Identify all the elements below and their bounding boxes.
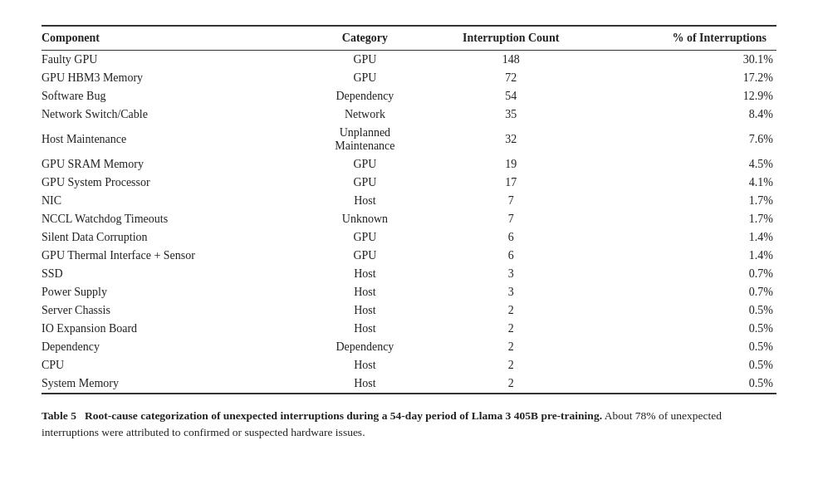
cell-component: GPU Thermal Interface + Sensor <box>42 247 312 265</box>
cell-category: GPU <box>312 174 428 192</box>
table-header-row: Component Category Interruption Count % … <box>42 26 776 51</box>
cell-count: 32 <box>428 124 604 155</box>
table-row: Software Bug Dependency 54 12.9% <box>42 87 776 105</box>
table-row: Network Switch/Cable Network 35 8.4% <box>42 105 776 124</box>
table-row: SSD Host 3 0.7% <box>42 265 776 283</box>
cell-percent: 4.1% <box>604 174 776 192</box>
table-row: System Memory Host 2 0.5% <box>42 374 776 394</box>
cell-count: 19 <box>428 155 604 174</box>
cell-category: Dependency <box>312 87 428 105</box>
cell-count: 148 <box>428 51 604 70</box>
table-row: Power Supply Host 3 0.7% <box>42 283 776 301</box>
cell-count: 72 <box>428 69 604 87</box>
cell-component: Host Maintenance <box>42 124 312 155</box>
cell-percent: 1.4% <box>604 228 776 247</box>
table-row: GPU System Processor GPU 17 4.1% <box>42 174 776 192</box>
cell-component: Software Bug <box>42 87 312 105</box>
cell-count: 2 <box>428 356 604 374</box>
table-row: GPU SRAM Memory GPU 19 4.5% <box>42 155 776 174</box>
cell-component: NCCL Watchdog Timeouts <box>42 210 312 228</box>
cell-percent: 1.4% <box>604 247 776 265</box>
cell-percent: 4.5% <box>604 155 776 174</box>
cell-count: 2 <box>428 374 604 394</box>
cell-category: GPU <box>312 155 428 174</box>
cell-component: NIC <box>42 192 312 210</box>
cell-count: 3 <box>428 283 604 301</box>
table-row: Server Chassis Host 2 0.5% <box>42 301 776 320</box>
cell-component: System Memory <box>42 374 312 394</box>
cell-percent: 0.5% <box>604 356 776 374</box>
cell-category: Host <box>312 192 428 210</box>
header-percent: % of Interruptions <box>604 26 776 51</box>
cell-category: Host <box>312 301 428 320</box>
cell-component: GPU System Processor <box>42 174 312 192</box>
header-category: Category <box>312 26 428 51</box>
cell-category: Host <box>312 356 428 374</box>
table-row: Dependency Dependency 2 0.5% <box>42 338 776 356</box>
table-container: Component Category Interruption Count % … <box>42 25 776 442</box>
table-row: Silent Data Corruption GPU 6 1.4% <box>42 228 776 247</box>
cell-component: Dependency <box>42 338 312 356</box>
cell-count: 3 <box>428 265 604 283</box>
cell-component: SSD <box>42 265 312 283</box>
cell-percent: 0.7% <box>604 283 776 301</box>
cell-percent: 7.6% <box>604 124 776 155</box>
cell-component: IO Expansion Board <box>42 320 312 338</box>
header-count: Interruption Count <box>428 26 604 51</box>
cell-category: Host <box>312 320 428 338</box>
cell-component: Power Supply <box>42 283 312 301</box>
cell-component: GPU HBM3 Memory <box>42 69 312 87</box>
cell-category: GPU <box>312 51 428 70</box>
cell-count: 6 <box>428 228 604 247</box>
cell-count: 54 <box>428 87 604 105</box>
table-row: NCCL Watchdog Timeouts Unknown 7 1.7% <box>42 210 776 228</box>
cell-category: UnplannedMaintenance <box>312 124 428 155</box>
table-caption: Table 5 Root-cause categorization of une… <box>42 408 776 442</box>
cell-count: 6 <box>428 247 604 265</box>
cell-category: Dependency <box>312 338 428 356</box>
cell-category: GPU <box>312 247 428 265</box>
interruptions-table: Component Category Interruption Count % … <box>42 25 776 394</box>
cell-component: Server Chassis <box>42 301 312 320</box>
table-row: NIC Host 7 1.7% <box>42 192 776 210</box>
cell-percent: 30.1% <box>604 51 776 70</box>
cell-count: 17 <box>428 174 604 192</box>
cell-percent: 1.7% <box>604 192 776 210</box>
table-row: GPU Thermal Interface + Sensor GPU 6 1.4… <box>42 247 776 265</box>
cell-component: GPU SRAM Memory <box>42 155 312 174</box>
cell-category: Unknown <box>312 210 428 228</box>
cell-percent: 0.5% <box>604 374 776 394</box>
table-row: CPU Host 2 0.5% <box>42 356 776 374</box>
table-row: Faulty GPU GPU 148 30.1% <box>42 51 776 70</box>
cell-component: CPU <box>42 356 312 374</box>
cell-component: Faulty GPU <box>42 51 312 70</box>
cell-category: Host <box>312 374 428 394</box>
cell-count: 7 <box>428 210 604 228</box>
cell-category: Host <box>312 283 428 301</box>
cell-category: Host <box>312 265 428 283</box>
cell-count: 7 <box>428 192 604 210</box>
cell-count: 35 <box>428 105 604 124</box>
cell-percent: 17.2% <box>604 69 776 87</box>
cell-percent: 0.5% <box>604 320 776 338</box>
table-row: GPU HBM3 Memory GPU 72 17.2% <box>42 69 776 87</box>
cell-category: GPU <box>312 69 428 87</box>
cell-percent: 0.5% <box>604 338 776 356</box>
cell-count: 2 <box>428 338 604 356</box>
cell-component: Silent Data Corruption <box>42 228 312 247</box>
cell-percent: 0.7% <box>604 265 776 283</box>
cell-category: Network <box>312 105 428 124</box>
cell-component: Network Switch/Cable <box>42 105 312 124</box>
cell-percent: 0.5% <box>604 301 776 320</box>
cell-percent: 8.4% <box>604 105 776 124</box>
cell-percent: 1.7% <box>604 210 776 228</box>
caption-title: Root-cause categorization of unexpected … <box>85 409 602 422</box>
table-row: Host Maintenance UnplannedMaintenance 32… <box>42 124 776 155</box>
cell-count: 2 <box>428 320 604 338</box>
cell-percent: 12.9% <box>604 87 776 105</box>
cell-count: 2 <box>428 301 604 320</box>
table-row: IO Expansion Board Host 2 0.5% <box>42 320 776 338</box>
header-component: Component <box>42 26 312 51</box>
cell-category: GPU <box>312 228 428 247</box>
caption-label: Table 5 <box>42 409 76 422</box>
